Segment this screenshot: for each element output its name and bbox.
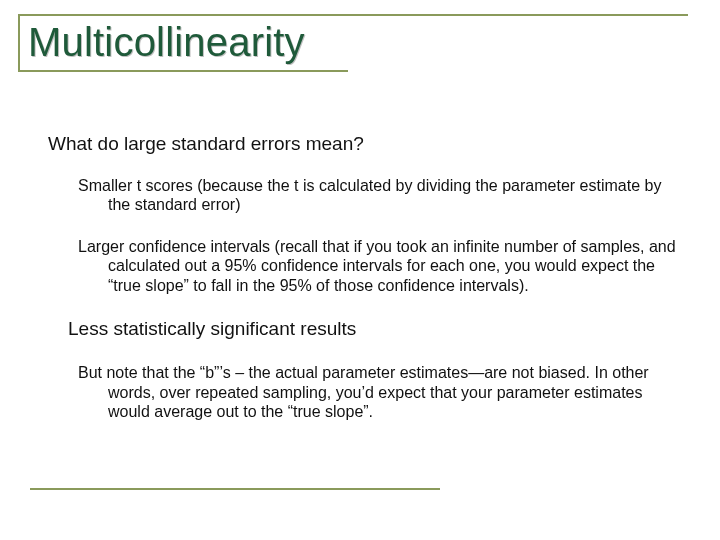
title-block: Multicollinearity [18,14,688,72]
body-point-3: Less statistically significant results [68,317,680,341]
title-bottom-rule [18,70,348,72]
body-point-2: Larger confidence intervals (recall that… [78,237,680,296]
body-point-4: But note that the “b”’s – the actual par… [78,363,680,422]
body-question: What do large standard errors mean? [48,132,680,156]
slide-title: Multicollinearity [18,16,688,70]
slide-body: What do large standard errors mean? Smal… [48,132,680,444]
slide: Multicollinearity What do large standard… [0,0,720,540]
body-point-1: Smaller t scores (because the t is calcu… [78,176,680,215]
footer-rule [30,488,440,490]
